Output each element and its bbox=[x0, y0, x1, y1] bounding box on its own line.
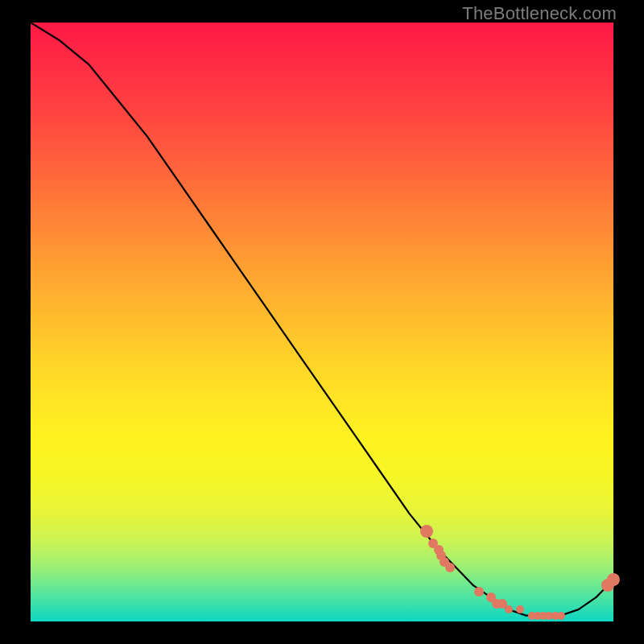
watermark: TheBottleneck.com bbox=[462, 3, 617, 24]
bottleneck-curve-path bbox=[31, 23, 613, 616]
chart-stage: TheBottleneck.com bbox=[0, 0, 644, 644]
data-point bbox=[557, 612, 565, 620]
data-point bbox=[607, 573, 620, 586]
data-point bbox=[505, 605, 513, 613]
plot-area bbox=[31, 23, 613, 621]
curve-svg bbox=[31, 23, 613, 621]
